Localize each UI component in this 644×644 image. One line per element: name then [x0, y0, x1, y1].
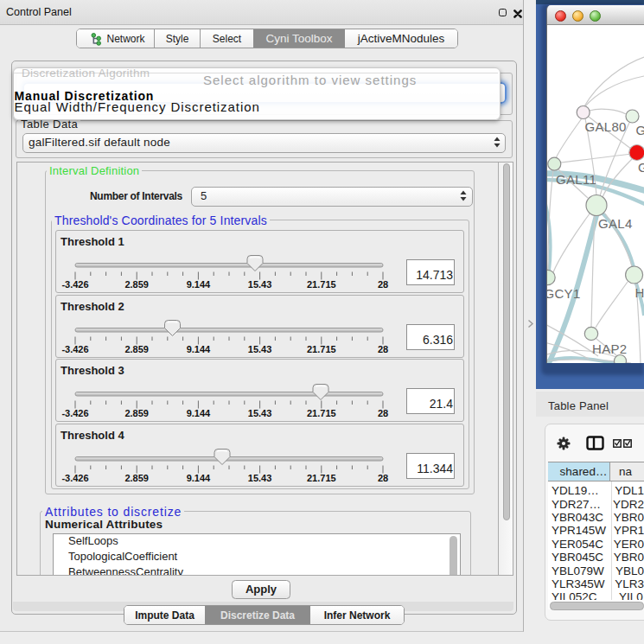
svg-text:15.43: 15.43 — [248, 473, 272, 483]
svg-text:2.859: 2.859 — [124, 279, 149, 290]
svg-text:9.144: 9.144 — [187, 408, 211, 418]
svg-text:15.43: 15.43 — [248, 408, 272, 418]
svg-text:28: 28 — [378, 344, 388, 354]
svg-text:21.715: 21.715 — [307, 279, 336, 290]
svg-text:9.144: 9.144 — [187, 344, 211, 354]
svg-text:15.43: 15.43 — [248, 279, 272, 290]
svg-text:-3.426: -3.426 — [61, 408, 88, 418]
svg-text:GCY1: GCY1 — [547, 286, 581, 301]
svg-text:HAP2: HAP2 — [592, 341, 627, 356]
svg-text:28: 28 — [378, 279, 388, 290]
svg-text:GAL11: GAL11 — [556, 172, 596, 187]
svg-text:21.715: 21.715 — [307, 344, 336, 354]
svg-text:9.144: 9.144 — [187, 279, 211, 290]
svg-text:15.43: 15.43 — [248, 344, 272, 354]
svg-text:GAL: GAL — [636, 123, 644, 137]
svg-text:21.715: 21.715 — [307, 408, 336, 418]
svg-text:GC: GC — [638, 160, 644, 175]
svg-text:21.715: 21.715 — [307, 473, 336, 483]
svg-text:HI: HI — [635, 285, 644, 300]
svg-text:-3.426: -3.426 — [61, 344, 88, 354]
svg-text:9.144: 9.144 — [187, 473, 211, 483]
svg-text:2.859: 2.859 — [124, 408, 149, 418]
svg-text:-3.426: -3.426 — [61, 279, 88, 290]
svg-text:GAL4: GAL4 — [598, 216, 633, 231]
svg-text:2.859: 2.859 — [124, 473, 149, 483]
svg-text:28: 28 — [378, 408, 388, 418]
svg-text:GAL80: GAL80 — [585, 119, 627, 134]
svg-text:-3.426: -3.426 — [61, 473, 88, 483]
svg-text:28: 28 — [378, 473, 388, 483]
svg-text:2.859: 2.859 — [124, 344, 149, 354]
